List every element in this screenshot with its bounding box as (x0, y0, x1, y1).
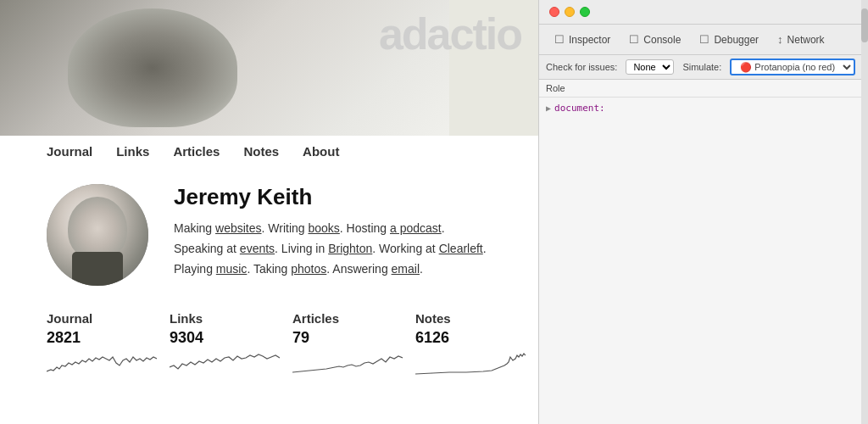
stats-section: Journal 2821 Links 9304 Articles 79 Note… (0, 303, 538, 379)
stat-articles-label: Articles (292, 311, 415, 326)
tab-inspector-label: Inspector (569, 34, 610, 46)
role-label: Role (546, 83, 565, 93)
devtools-titlebar (539, 0, 868, 25)
tab-debugger-label: Debugger (714, 34, 759, 46)
stat-notes: Notes 6126 (415, 311, 538, 379)
devtools-tabs-toolbar: ☐ Inspector ☐ Console ☐ Debugger ↕ Netwo… (539, 25, 868, 55)
traffic-light-red[interactable] (549, 7, 559, 17)
tab-debugger[interactable]: ☐ Debugger (691, 30, 767, 49)
bio-link-brighton[interactable]: Brighton (328, 242, 372, 255)
bio-link-music[interactable]: music (216, 262, 248, 276)
stat-links-count: 9304 (170, 329, 292, 347)
sparkline-links (170, 350, 280, 376)
main-website: adactio Journal Links Articles Notes Abo… (0, 0, 538, 424)
simulate-label: Simulate: (682, 62, 721, 72)
scrollbar-track (861, 0, 868, 424)
bio-link-email[interactable]: email (392, 262, 420, 276)
bio-link-websites[interactable]: websites (215, 221, 261, 235)
tab-console-label: Console (643, 34, 681, 46)
bio-link-events[interactable]: events (240, 242, 275, 255)
check-issues-select[interactable]: None (626, 59, 674, 75)
stat-articles: Articles 79 (292, 311, 415, 379)
sparkline-journal (47, 350, 157, 376)
tree-document-tag: document: (554, 103, 605, 114)
site-logo: adactio (379, 8, 521, 59)
stat-notes-count: 6126 (415, 329, 538, 347)
devtools-panel: ☐ Inspector ☐ Console ☐ Debugger ↕ Netwo… (538, 0, 868, 424)
stat-links-label: Links (170, 311, 292, 326)
console-icon: ☐ (629, 33, 639, 46)
profile-bio: Making websites. Writing books. Hosting … (174, 219, 521, 279)
sparkline-articles (292, 350, 403, 376)
stat-journal: Journal 2821 (47, 311, 170, 379)
avatar-image (47, 184, 148, 286)
site-nav: Journal Links Articles Notes About (0, 136, 538, 167)
stat-links: Links 9304 (170, 311, 292, 379)
tree-arrow-icon: ▶ (546, 103, 551, 113)
bio-link-books[interactable]: books (308, 221, 339, 235)
profile-section: Jeremy Keith Making websites. Writing bo… (0, 167, 538, 303)
nav-articles[interactable]: Articles (173, 144, 220, 159)
sparkline-notes (415, 350, 526, 376)
simulate-select[interactable]: 🔴 Protanopia (no red) (730, 59, 855, 75)
nav-links[interactable]: Links (116, 144, 149, 159)
bio-link-photos[interactable]: photos (291, 262, 326, 276)
tab-inspector[interactable]: ☐ Inspector (546, 30, 619, 49)
devtools-role-bar: Role (539, 80, 868, 98)
check-issues-label: Check for issues: (546, 62, 617, 72)
network-icon: ↕ (777, 33, 783, 46)
tab-console[interactable]: ☐ Console (620, 30, 689, 49)
tree-document-item[interactable]: ▶ document: (546, 101, 861, 115)
scrollbar-thumb[interactable] (861, 8, 868, 42)
nav-journal[interactable]: Journal (47, 144, 92, 159)
nav-about[interactable]: About (303, 144, 339, 159)
stat-notes-label: Notes (415, 311, 538, 326)
stat-journal-label: Journal (47, 311, 170, 326)
nav-notes[interactable]: Notes (243, 144, 279, 159)
tab-network-label: Network (787, 34, 825, 46)
avatar (47, 184, 148, 286)
stat-articles-count: 79 (292, 329, 415, 347)
profile-text: Jeremy Keith Making websites. Writing bo… (174, 184, 521, 279)
traffic-light-yellow[interactable] (565, 7, 575, 17)
bio-link-clearleft[interactable]: Clearleft (439, 242, 483, 255)
devtools-options-toolbar: Check for issues: None Simulate: 🔴 Prota… (539, 55, 868, 80)
debugger-icon: ☐ (699, 33, 709, 46)
inspector-icon: ☐ (554, 33, 565, 46)
traffic-light-green[interactable] (580, 7, 590, 17)
stat-journal-count: 2821 (47, 329, 170, 347)
profile-name: Jeremy Keith (174, 184, 521, 210)
tab-network[interactable]: ↕ Network (769, 30, 833, 49)
site-header: adactio (0, 0, 538, 136)
traffic-lights (549, 7, 590, 17)
bio-link-podcast[interactable]: a podcast (390, 221, 442, 235)
devtools-tree: ▶ document: (539, 98, 868, 119)
